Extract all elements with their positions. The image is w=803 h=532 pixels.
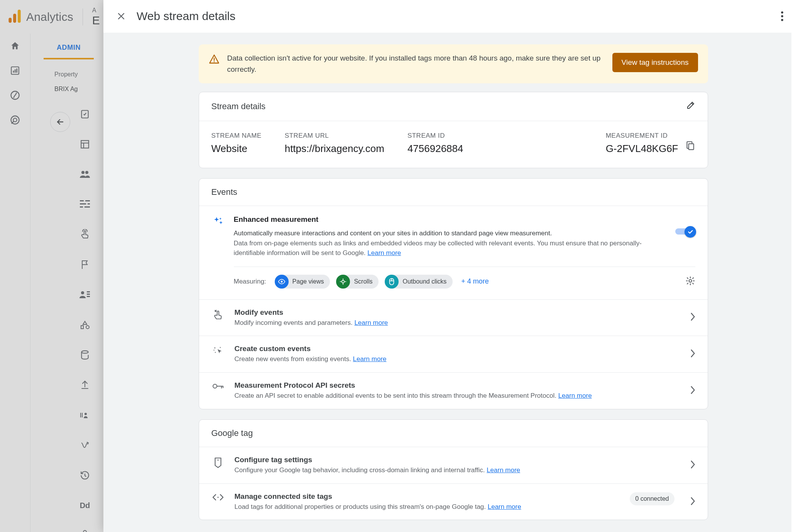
modify-desc: Modify incoming events and parameters. L…	[235, 318, 680, 328]
touch-icon[interactable]	[77, 227, 93, 242]
conf-title: Configure tag settings	[235, 456, 680, 464]
stream-url: STREAM URL https://brixagency.com	[285, 132, 384, 155]
connected-tags-row[interactable]: Manage connected site tags Load tags for…	[199, 483, 708, 520]
measurement-id: MEASUREMENT ID G-2FVL48KG6F	[606, 132, 695, 155]
panel-body[interactable]: Data collection isn't active for your we…	[103, 33, 803, 532]
configure-tag-row[interactable]: Configure tag settings Configure your Go…	[199, 447, 708, 483]
close-icon[interactable]	[114, 9, 128, 23]
edit-icon[interactable]	[686, 101, 695, 112]
svg-rect-14	[80, 200, 84, 201]
chip-pageviews: Page views	[275, 275, 330, 289]
svg-point-33	[781, 15, 783, 17]
modify-events-row[interactable]: Modify events Modify incoming events and…	[199, 299, 708, 336]
stream-details-panel: Web stream details Data collection isn't…	[103, 0, 803, 532]
reports-icon[interactable]	[10, 65, 20, 76]
data-icon[interactable]	[77, 347, 93, 363]
code-icon	[211, 493, 225, 501]
stream-id: STREAM ID 4756926884	[407, 132, 463, 155]
svg-rect-1	[13, 14, 16, 23]
back-button[interactable]	[50, 112, 70, 132]
copy-icon[interactable]	[685, 140, 695, 152]
gtag-head: Google tag	[199, 420, 708, 447]
create-events-row[interactable]: Create custom events Create new events f…	[199, 336, 708, 372]
warning-banner: Data collection isn't active for your we…	[199, 44, 708, 83]
svg-point-32	[781, 11, 783, 14]
svg-rect-19	[85, 206, 90, 208]
svg-rect-21	[87, 291, 90, 292]
enh-learnmore-link[interactable]: Learn more	[367, 249, 401, 257]
svg-rect-17	[88, 203, 90, 204]
modify-title: Modify events	[235, 308, 680, 317]
debug-icon[interactable]: Dd	[77, 498, 93, 513]
stream-url-label: STREAM URL	[285, 132, 384, 140]
modify-learnmore-link[interactable]: Learn more	[354, 319, 388, 326]
more-chips-link[interactable]: + 4 more	[461, 277, 489, 285]
enh-desc-rest: Data from on-page elements such as links…	[234, 240, 642, 257]
svg-point-25	[86, 326, 89, 329]
svg-point-35	[213, 61, 215, 62]
svg-point-41	[214, 348, 215, 349]
svg-point-37	[281, 280, 282, 282]
panel-title: Web stream details	[137, 10, 235, 23]
custom-def-icon[interactable]	[77, 317, 93, 333]
id-icon[interactable]	[77, 407, 93, 423]
stream-id-value: 4756926884	[407, 143, 463, 155]
measuring-row: Measuring: Page views Scrolls	[234, 275, 695, 289]
attribution-icon[interactable]	[77, 437, 93, 453]
chevron-right-icon	[690, 312, 695, 323]
conf-learnmore-link[interactable]: Learn more	[487, 466, 520, 474]
explore-icon[interactable]	[10, 90, 20, 101]
chevron-right-icon	[690, 349, 695, 359]
enh-toggle[interactable]	[675, 226, 695, 237]
mp-secrets-row[interactable]: Measurement Protocol API secrets Create …	[199, 372, 708, 409]
stream-id-label: STREAM ID	[407, 132, 463, 140]
svg-point-12	[81, 171, 85, 174]
svg-rect-24	[81, 326, 83, 329]
svg-rect-6	[16, 69, 17, 73]
svg-point-20	[81, 291, 84, 294]
bg-logo: Analytics	[8, 10, 73, 24]
right-gutter	[791, 0, 803, 532]
flag-icon[interactable]	[77, 257, 93, 272]
create-learnmore-link[interactable]: Learn more	[353, 355, 387, 363]
bg-left-rail	[0, 34, 30, 532]
bg-admin-iconcol: Dd PRODL	[77, 106, 98, 532]
admin-tab[interactable]: ADMIN	[44, 38, 94, 59]
advertising-icon[interactable]	[10, 115, 20, 125]
create-title: Create custom events	[235, 345, 680, 353]
eye-icon	[275, 275, 289, 289]
bg-property: A E	[92, 7, 100, 27]
conn-learnmore-link[interactable]: Learn more	[488, 503, 521, 510]
history-icon[interactable]	[77, 468, 93, 483]
svg-rect-23	[87, 296, 90, 297]
chevron-right-icon	[690, 460, 695, 470]
import-icon[interactable]	[77, 377, 93, 393]
svg-rect-36	[688, 144, 693, 149]
layout-icon[interactable]	[77, 137, 93, 152]
chevron-right-icon	[690, 497, 695, 507]
measurement-id-value: G-2FVL48KG6F	[606, 143, 678, 155]
home-icon[interactable]	[10, 41, 20, 51]
gear-icon[interactable]	[685, 276, 695, 287]
svg-point-42	[215, 352, 215, 353]
divider	[83, 8, 83, 25]
stream-name-label: STREAM NAME	[211, 132, 262, 140]
property-value: BRIX Ag	[54, 86, 109, 93]
stream-details-head: Stream details	[199, 92, 708, 121]
chip-outbound: Outbound clicks	[385, 275, 453, 289]
audiences-icon[interactable]	[77, 287, 93, 302]
more-vert-icon[interactable]	[775, 9, 789, 23]
people-icon[interactable]	[77, 167, 93, 182]
warning-text: Data collection isn't active for your we…	[227, 53, 605, 75]
assistant-icon[interactable]	[77, 106, 93, 122]
svg-point-38	[342, 280, 345, 283]
events-card: Events Enhanced measurement Automaticall…	[199, 178, 708, 409]
mp-learnmore-link[interactable]: Learn more	[558, 392, 592, 399]
chevron-right-icon	[690, 386, 695, 396]
streams-icon[interactable]	[77, 197, 93, 212]
warning-icon	[209, 54, 220, 66]
link-icon[interactable]	[77, 528, 93, 532]
view-tag-instructions-button[interactable]: View tag instructions	[612, 53, 698, 72]
svg-rect-22	[87, 294, 90, 295]
svg-rect-18	[80, 206, 83, 208]
